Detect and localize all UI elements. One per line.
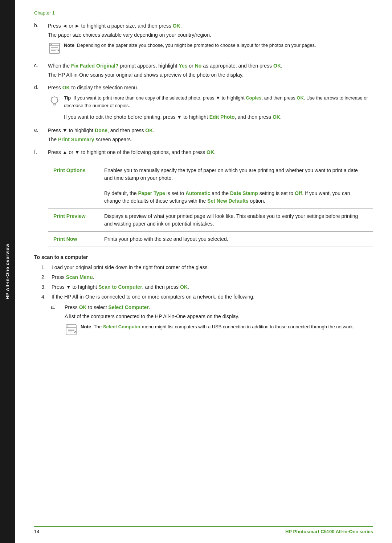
- copies-label: Copies: [246, 95, 261, 101]
- step-e: e. Press ▼ to highlight Done, and then p…: [34, 127, 373, 145]
- sidebar: HP All-in-One overview: [0, 0, 15, 543]
- step-d-letter: d.: [34, 84, 48, 90]
- table-row-print-options: Print Options Enables you to manually sp…: [48, 163, 373, 209]
- step-c-letter: c.: [34, 62, 48, 68]
- footer-page-number: 14: [34, 529, 39, 534]
- set-new-defaults-label: Set New Defaults: [207, 198, 249, 204]
- step-b-note-text: Note Depending on the paper size you cho…: [64, 42, 316, 49]
- step-c-content: When the Fix Faded Original? prompt appe…: [48, 62, 373, 80]
- scan-step-1-text: Load your original print side down in th…: [52, 264, 209, 271]
- step-c: c. When the Fix Faded Original? prompt a…: [34, 62, 373, 80]
- svg-point-6: [51, 97, 58, 104]
- scan-step-2-num: 2.: [41, 273, 52, 281]
- tip-svg-icon: [48, 95, 61, 111]
- step-d: d. Press OK to display the selection men…: [34, 84, 373, 123]
- step-b-ok: OK: [173, 23, 180, 29]
- automatic-label: Automatic: [185, 190, 210, 196]
- scan-sub-a-text1: Press OK to select Select Computer.: [65, 304, 373, 311]
- step-e-text2: The Print Summary screen appears.: [48, 136, 373, 143]
- main-content: Chapter 1 b. Press ◄ or ► to highlight a…: [15, 0, 392, 543]
- step-d-content: Press OK to display the selection menu.: [48, 84, 373, 123]
- footer-product: HP Photosmart C5100 All-in-One series: [285, 529, 373, 534]
- edit-photo-label: Edit Photo: [209, 114, 235, 120]
- svg-point-2: [51, 44, 52, 45]
- scan-menu-label: Scan Menu: [66, 274, 93, 280]
- scan-steps-list: 1. Load your original print side down in…: [41, 264, 373, 301]
- tip-ok: OK: [297, 95, 304, 101]
- table-row-print-preview: Print Preview Displays a preview of what…: [48, 209, 373, 232]
- step-f-text1: Press ▲ or ▼ to highlight one of the fol…: [48, 149, 373, 156]
- step-d-tip: Tip If you want to print more than one c…: [48, 94, 373, 110]
- step-c-ok: OK: [273, 63, 281, 69]
- scan-sub-a-note: Note The Select Computer menu might list…: [65, 323, 373, 336]
- chapter-label: Chapter 1: [34, 10, 373, 16]
- fix-faded-label: Fix Faded Original?: [71, 63, 119, 69]
- date-stamp-label: Date Stamp: [230, 190, 258, 196]
- tip-label: Tip: [64, 95, 71, 101]
- scan-sub-a-letter: a.: [51, 304, 65, 310]
- step-e-letter: e.: [34, 127, 48, 133]
- step-e-text1: Press ▼ to highlight Done, and then pres…: [48, 127, 373, 134]
- step-f-ok: OK: [207, 149, 214, 155]
- svg-line-10: [51, 97, 52, 98]
- step-d-tip-text: Tip If you want to print more than one c…: [64, 94, 373, 110]
- step-b: b. Press ◄ or ► to highlight a paper siz…: [34, 22, 373, 58]
- step-c-text1: When the Fix Faded Original? prompt appe…: [48, 62, 373, 70]
- svg-point-16: [68, 325, 69, 327]
- tip-icon: [48, 94, 61, 110]
- step-f-letter: f.: [34, 149, 48, 155]
- step-d-indent: If you want to edit the photo before pri…: [64, 113, 373, 121]
- print-options-p2: By default, the Paper Type is set to Aut…: [104, 190, 368, 205]
- yes-label: Yes: [179, 63, 187, 69]
- svg-line-13: [57, 97, 58, 98]
- off-label: Off: [295, 190, 302, 196]
- scan-step-3-text: Press ▼ to highlight Scan to Computer, a…: [52, 283, 189, 291]
- scan-step-2-text: Press Scan Menu.: [52, 273, 94, 281]
- footer: 14 HP Photosmart C5100 All-in-One series: [34, 526, 373, 534]
- scan-step-3: 3. Press ▼ to highlight Scan to Computer…: [41, 283, 373, 291]
- step-e-content: Press ▼ to highlight Done, and then pres…: [48, 127, 373, 145]
- scan-step-4-num: 4.: [41, 293, 52, 301]
- step-f-content: Press ▲ or ▼ to highlight one of the fol…: [48, 149, 373, 158]
- scan-note-svg-icon: [65, 324, 77, 336]
- print-options-label: Print Options: [48, 163, 99, 209]
- scan-step-1: 1. Load your original print side down in…: [41, 264, 373, 271]
- step-b-text2: The paper size choices available vary de…: [48, 31, 373, 39]
- step-c-text2: The HP All-in-One scans your original an…: [48, 71, 373, 79]
- scan-sub-a-content: Press OK to select Select Computer. A li…: [65, 304, 373, 340]
- scan-sub-a-ok: OK: [79, 304, 87, 310]
- print-options-text: Enables you to manually specify the type…: [99, 163, 373, 209]
- scan-step-3-ok: OK: [180, 284, 188, 290]
- print-preview-text: Displays a preview of what your printed …: [99, 209, 373, 232]
- print-now-label: Print Now: [48, 232, 99, 247]
- scan-step-4: 4. If the HP All-in-One is connected to …: [41, 293, 373, 301]
- table-row-print-now: Print Now Prints your photo with the siz…: [48, 232, 373, 247]
- step-b-content: Press ◄ or ► to highlight a paper size, …: [48, 22, 373, 58]
- scan-note-icon: [65, 323, 78, 336]
- scan-sub-a-text2: A list of the computers connected to the…: [65, 313, 373, 320]
- step-d-text1: Press OK to display the selection menu.: [48, 84, 373, 92]
- print-options-p1: Enables you to manually specify the type…: [104, 167, 368, 182]
- step-d-ok: OK: [62, 85, 70, 90]
- step-e-ok: OK: [145, 127, 153, 133]
- options-table: Print Options Enables you to manually sp…: [48, 163, 373, 247]
- print-now-text: Prints your photo with the size and layo…: [99, 232, 373, 247]
- sidebar-label: HP All-in-One overview: [5, 244, 11, 299]
- paper-type-label: Paper Type: [138, 190, 165, 196]
- no-label: No: [195, 63, 202, 69]
- scan-step-4-text: If the HP All-in-One is connected to one…: [52, 293, 254, 301]
- print-summary-label: Print Summary: [58, 137, 94, 142]
- note-icon: [48, 42, 61, 55]
- scan-note-label: Note: [81, 324, 91, 329]
- print-preview-label: Print Preview: [48, 209, 99, 232]
- step-f: f. Press ▲ or ▼ to highlight one of the …: [34, 149, 373, 158]
- indent-ok: OK: [273, 114, 280, 120]
- step-b-text1: Press ◄ or ► to highlight a paper size, …: [48, 22, 373, 30]
- done-label: Done: [95, 127, 107, 133]
- scan-sub-a-note-text: Note The Select Computer menu might list…: [81, 323, 354, 331]
- select-computer-label: Select Computer: [109, 304, 149, 310]
- scan-step-1-num: 1.: [41, 264, 52, 271]
- scan-step-2: 2. Press Scan Menu.: [41, 273, 373, 281]
- select-computer-note-label: Select Computer: [103, 324, 140, 329]
- scan-step-3-num: 3.: [41, 283, 52, 291]
